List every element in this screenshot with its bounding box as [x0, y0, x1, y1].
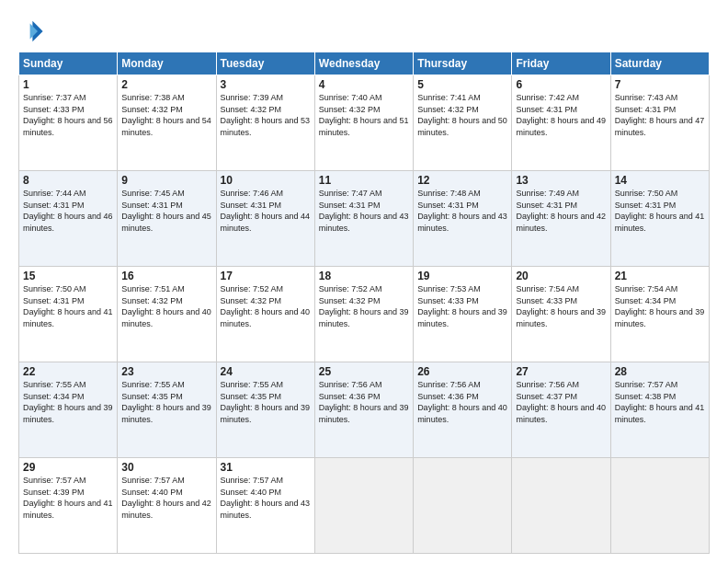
day-info: Sunrise: 7:38 AM Sunset: 4:32 PM Dayligh… [121, 92, 211, 138]
calendar-week-1: 1Sunrise: 7:37 AM Sunset: 4:33 PM Daylig… [19, 75, 710, 171]
day-info: Sunrise: 7:47 AM Sunset: 4:31 PM Dayligh… [319, 188, 409, 234]
calendar-cell: 20Sunrise: 7:54 AM Sunset: 4:33 PM Dayli… [512, 267, 610, 362]
day-number: 27 [516, 365, 606, 378]
day-number: 6 [516, 78, 606, 91]
day-info: Sunrise: 7:54 AM Sunset: 4:33 PM Dayligh… [516, 283, 606, 329]
day-number: 12 [417, 174, 507, 187]
day-info: Sunrise: 7:42 AM Sunset: 4:31 PM Dayligh… [516, 92, 606, 138]
day-info: Sunrise: 7:44 AM Sunset: 4:31 PM Dayligh… [23, 188, 113, 234]
day-info: Sunrise: 7:52 AM Sunset: 4:32 PM Dayligh… [221, 283, 311, 329]
calendar-cell: 15Sunrise: 7:50 AM Sunset: 4:31 PM Dayli… [19, 267, 118, 362]
day-info: Sunrise: 7:49 AM Sunset: 4:31 PM Dayligh… [516, 188, 606, 234]
day-number: 23 [121, 365, 211, 378]
calendar-cell: 14Sunrise: 7:50 AM Sunset: 4:31 PM Dayli… [610, 171, 709, 267]
day-info: Sunrise: 7:48 AM Sunset: 4:31 PM Dayligh… [417, 188, 507, 234]
day-number: 2 [121, 78, 211, 91]
calendar-cell: 7Sunrise: 7:43 AM Sunset: 4:31 PM Daylig… [610, 75, 709, 171]
day-number: 17 [221, 270, 311, 282]
page: SundayMondayTuesdayWednesdayThursdayFrid… [0, 0, 728, 563]
calendar-cell: 29Sunrise: 7:57 AM Sunset: 4:39 PM Dayli… [19, 458, 118, 554]
calendar-cell [414, 458, 512, 554]
day-info: Sunrise: 7:55 AM Sunset: 4:35 PM Dayligh… [221, 379, 311, 425]
day-number: 16 [121, 270, 211, 282]
calendar-cell: 26Sunrise: 7:56 AM Sunset: 4:36 PM Dayli… [414, 362, 512, 458]
day-info: Sunrise: 7:57 AM Sunset: 4:39 PM Dayligh… [23, 475, 113, 521]
col-header-monday: Monday [118, 52, 216, 75]
calendar-cell: 10Sunrise: 7:46 AM Sunset: 4:31 PM Dayli… [216, 171, 314, 267]
day-number: 29 [23, 461, 113, 474]
day-number: 8 [23, 174, 113, 187]
calendar-cell: 27Sunrise: 7:56 AM Sunset: 4:37 PM Dayli… [512, 362, 610, 458]
day-info: Sunrise: 7:55 AM Sunset: 4:35 PM Dayligh… [121, 379, 211, 425]
day-info: Sunrise: 7:46 AM Sunset: 4:31 PM Dayligh… [221, 188, 311, 234]
day-number: 15 [23, 270, 113, 282]
calendar-cell: 18Sunrise: 7:52 AM Sunset: 4:32 PM Dayli… [314, 267, 413, 362]
calendar-cell: 9Sunrise: 7:45 AM Sunset: 4:31 PM Daylig… [118, 171, 216, 267]
header [18, 15, 710, 44]
day-info: Sunrise: 7:57 AM Sunset: 4:40 PM Dayligh… [221, 475, 311, 521]
calendar-cell: 1Sunrise: 7:37 AM Sunset: 4:33 PM Daylig… [19, 75, 118, 171]
calendar-table: SundayMondayTuesdayWednesdayThursdayFrid… [18, 52, 710, 554]
calendar-week-4: 22Sunrise: 7:55 AM Sunset: 4:34 PM Dayli… [19, 362, 710, 458]
calendar-cell: 16Sunrise: 7:51 AM Sunset: 4:32 PM Dayli… [118, 267, 216, 362]
day-number: 26 [417, 365, 507, 378]
day-info: Sunrise: 7:52 AM Sunset: 4:32 PM Dayligh… [319, 283, 409, 329]
col-header-tuesday: Tuesday [216, 52, 314, 75]
logo-icon [18, 18, 44, 44]
col-header-friday: Friday [512, 52, 610, 75]
calendar-cell [314, 458, 413, 554]
col-header-thursday: Thursday [414, 52, 512, 75]
calendar-cell: 30Sunrise: 7:57 AM Sunset: 4:40 PM Dayli… [118, 458, 216, 554]
day-number: 10 [221, 174, 311, 187]
day-number: 25 [319, 365, 409, 378]
day-info: Sunrise: 7:54 AM Sunset: 4:34 PM Dayligh… [615, 283, 705, 329]
calendar-week-2: 8Sunrise: 7:44 AM Sunset: 4:31 PM Daylig… [19, 171, 710, 267]
col-header-wednesday: Wednesday [314, 52, 413, 75]
calendar-cell: 8Sunrise: 7:44 AM Sunset: 4:31 PM Daylig… [19, 171, 118, 267]
calendar-cell: 5Sunrise: 7:41 AM Sunset: 4:32 PM Daylig… [414, 75, 512, 171]
calendar-week-3: 15Sunrise: 7:50 AM Sunset: 4:31 PM Dayli… [19, 267, 710, 362]
day-number: 9 [121, 174, 211, 187]
day-info: Sunrise: 7:50 AM Sunset: 4:31 PM Dayligh… [615, 188, 705, 234]
calendar-cell: 25Sunrise: 7:56 AM Sunset: 4:36 PM Dayli… [314, 362, 413, 458]
day-info: Sunrise: 7:56 AM Sunset: 4:36 PM Dayligh… [417, 379, 507, 425]
day-number: 3 [221, 78, 311, 91]
col-header-saturday: Saturday [610, 52, 709, 75]
calendar-cell: 24Sunrise: 7:55 AM Sunset: 4:35 PM Dayli… [216, 362, 314, 458]
calendar-cell: 13Sunrise: 7:49 AM Sunset: 4:31 PM Dayli… [512, 171, 610, 267]
day-info: Sunrise: 7:39 AM Sunset: 4:32 PM Dayligh… [221, 92, 311, 138]
day-info: Sunrise: 7:50 AM Sunset: 4:31 PM Dayligh… [23, 283, 113, 329]
day-number: 24 [221, 365, 311, 378]
calendar-cell: 6Sunrise: 7:42 AM Sunset: 4:31 PM Daylig… [512, 75, 610, 171]
day-number: 13 [516, 174, 606, 187]
day-number: 1 [23, 78, 113, 91]
day-info: Sunrise: 7:53 AM Sunset: 4:33 PM Dayligh… [417, 283, 507, 329]
day-number: 18 [319, 270, 409, 282]
day-number: 11 [319, 174, 409, 187]
calendar-cell: 4Sunrise: 7:40 AM Sunset: 4:32 PM Daylig… [314, 75, 413, 171]
logo [18, 18, 48, 44]
day-number: 4 [319, 78, 409, 91]
day-info: Sunrise: 7:57 AM Sunset: 4:38 PM Dayligh… [615, 379, 705, 425]
day-info: Sunrise: 7:43 AM Sunset: 4:31 PM Dayligh… [615, 92, 705, 138]
day-number: 14 [615, 174, 705, 187]
calendar-cell: 28Sunrise: 7:57 AM Sunset: 4:38 PM Dayli… [610, 362, 709, 458]
day-info: Sunrise: 7:56 AM Sunset: 4:36 PM Dayligh… [319, 379, 409, 425]
calendar-cell: 2Sunrise: 7:38 AM Sunset: 4:32 PM Daylig… [118, 75, 216, 171]
day-info: Sunrise: 7:51 AM Sunset: 4:32 PM Dayligh… [121, 283, 211, 329]
calendar-cell: 31Sunrise: 7:57 AM Sunset: 4:40 PM Dayli… [216, 458, 314, 554]
day-number: 28 [615, 365, 705, 378]
day-info: Sunrise: 7:45 AM Sunset: 4:31 PM Dayligh… [121, 188, 211, 234]
day-info: Sunrise: 7:40 AM Sunset: 4:32 PM Dayligh… [319, 92, 409, 138]
day-number: 7 [615, 78, 705, 91]
day-number: 5 [417, 78, 507, 91]
day-number: 21 [615, 270, 705, 282]
day-info: Sunrise: 7:55 AM Sunset: 4:34 PM Dayligh… [23, 379, 113, 425]
calendar-cell: 3Sunrise: 7:39 AM Sunset: 4:32 PM Daylig… [216, 75, 314, 171]
day-info: Sunrise: 7:56 AM Sunset: 4:37 PM Dayligh… [516, 379, 606, 425]
day-number: 22 [23, 365, 113, 378]
calendar-cell: 23Sunrise: 7:55 AM Sunset: 4:35 PM Dayli… [118, 362, 216, 458]
calendar-cell: 21Sunrise: 7:54 AM Sunset: 4:34 PM Dayli… [610, 267, 709, 362]
calendar-cell: 17Sunrise: 7:52 AM Sunset: 4:32 PM Dayli… [216, 267, 314, 362]
calendar-header-row: SundayMondayTuesdayWednesdayThursdayFrid… [19, 52, 710, 75]
